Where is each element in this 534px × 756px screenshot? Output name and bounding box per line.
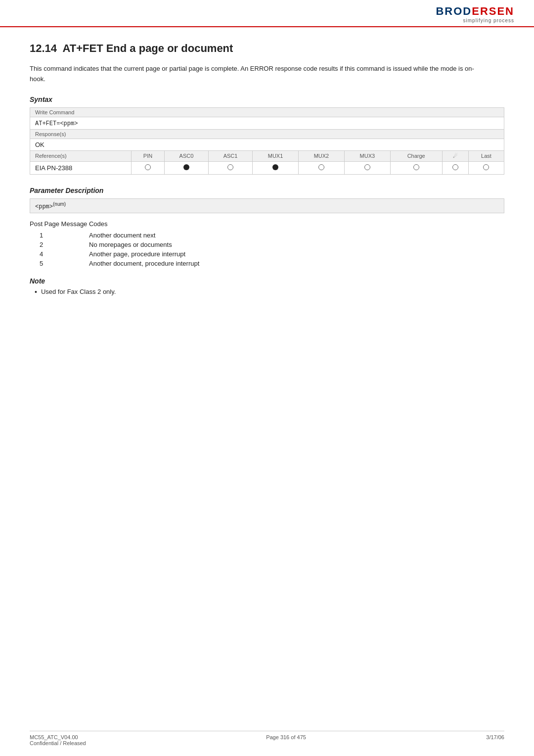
write-command-label: Write Command: [30, 107, 504, 117]
intro-paragraph: This command indicates that the current …: [30, 64, 475, 85]
col-pin: PIN: [132, 150, 165, 161]
param-entry-2: 2 No morepages or documents: [30, 241, 504, 248]
footer-date: 3/17/06: [486, 734, 504, 746]
syntax-table: Write Command AT+FET=<ppm> Response(s) O…: [30, 107, 504, 175]
indicator-asc0: [164, 161, 208, 174]
indicator-mux1: [253, 161, 299, 174]
parameter-description-section: Parameter Description <ppm>(num) Post Pa…: [30, 187, 504, 267]
param-header-table: <ppm>(num): [30, 198, 504, 213]
param-code-cell: <ppm>(num): [30, 198, 504, 213]
note-item-1: • Used for Fax Class 2 only.: [35, 288, 504, 296]
page-footer: MC55_ATC_V04.00 Confidential / Released …: [30, 731, 504, 746]
section-title-text: AT+FET End a page or document: [62, 42, 233, 54]
references-header-row: Reference(s) PIN ASC0 ASC1 MUX1 MUX2 MUX…: [30, 150, 504, 161]
col-asc1: ASC1: [209, 150, 253, 161]
param-list-title: Post Page Message Codes: [30, 220, 504, 228]
note-section: Note • Used for Fax Class 2 only.: [30, 277, 504, 296]
col-mux2: MUX2: [298, 150, 344, 161]
param-header-row: <ppm>(num): [30, 198, 504, 213]
logo-tagline: simplifying process: [463, 18, 514, 23]
param-desc-heading: Parameter Description: [30, 187, 504, 194]
footer-status: Confidential / Released: [30, 740, 86, 746]
footer-left: MC55_ATC_V04.00 Confidential / Released: [30, 734, 86, 746]
param-val-1: Another document next: [89, 232, 155, 239]
param-key-2: 2: [30, 241, 89, 248]
section-number: 12.14: [30, 42, 57, 54]
indicator-asc1: [209, 161, 253, 174]
logo-text: BRODERSEN: [436, 5, 514, 18]
param-key-1: 1: [30, 232, 89, 239]
note-text-1: Used for Fax Class 2 only.: [41, 288, 116, 295]
logo-name-part1: BROD: [436, 5, 472, 17]
responses-label: Response(s): [30, 129, 504, 139]
ref-name: EIA PN-2388: [30, 161, 132, 174]
logo-name-part2: ERSEN: [472, 5, 514, 17]
circle-empty-icon: [452, 164, 458, 170]
circle-empty-icon: [483, 164, 489, 170]
circle-empty-icon: [413, 164, 419, 170]
param-superscript: (num): [53, 201, 66, 207]
indicator-mux2: [298, 161, 344, 174]
responses-value-row: OK: [30, 139, 504, 150]
write-command-header-row: Write Command: [30, 107, 504, 117]
write-command-value: AT+FET=<ppm>: [30, 117, 504, 129]
indicator-charge: [390, 161, 442, 174]
indicator-special: [442, 161, 468, 174]
col-mux3: MUX3: [344, 150, 390, 161]
write-command-value-row: AT+FET=<ppm>: [30, 117, 504, 129]
syntax-heading: Syntax: [30, 95, 504, 103]
col-mux1: MUX1: [253, 150, 299, 161]
param-entry-5: 5 Another document, procedure interrupt: [30, 260, 504, 267]
param-val-2: No morepages or documents: [89, 241, 172, 248]
footer-page: Page 316 of 475: [266, 734, 306, 746]
param-key-4: 4: [30, 250, 89, 258]
col-charge: Charge: [390, 150, 442, 161]
param-val-5: Another document, procedure interrupt: [89, 260, 199, 267]
references-label: Reference(s): [30, 150, 132, 161]
note-bullet-icon: •: [35, 288, 37, 296]
indicator-mux3: [344, 161, 390, 174]
logo-area: BRODERSEN simplifying process: [436, 5, 514, 23]
indicator-last: [468, 161, 504, 174]
footer-doc-id: MC55_ATC_V04.00: [30, 734, 86, 740]
indicator-pin: [132, 161, 165, 174]
circle-empty-icon: [318, 164, 324, 170]
responses-header-row: Response(s): [30, 129, 504, 139]
main-content: 12.14 AT+FET End a page or document This…: [0, 27, 534, 306]
page-header: BRODERSEN simplifying process: [0, 0, 534, 27]
section-title: 12.14 AT+FET End a page or document: [30, 42, 504, 55]
reference-data-row: EIA PN-2388: [30, 161, 504, 174]
param-entries: 1 Another document next 2 No morepages o…: [30, 232, 504, 267]
note-heading: Note: [30, 277, 504, 285]
circle-empty-icon: [145, 164, 151, 170]
col-asc0: ASC0: [164, 150, 208, 161]
responses-value: OK: [30, 139, 504, 150]
param-val-4: Another page, procedure interrupt: [89, 250, 185, 258]
param-key-5: 5: [30, 260, 89, 267]
circle-empty-icon: [364, 164, 370, 170]
col-special: ☄: [442, 150, 468, 161]
circle-filled-icon: [272, 164, 278, 170]
param-code: <ppm>: [35, 203, 53, 210]
syntax-section: Syntax Write Command AT+FET=<ppm> Respon…: [30, 95, 504, 175]
col-last: Last: [468, 150, 504, 161]
circle-filled-icon: [183, 164, 189, 170]
param-entry-4: 4 Another page, procedure interrupt: [30, 250, 504, 258]
circle-empty-icon: [227, 164, 233, 170]
param-entry-1: 1 Another document next: [30, 232, 504, 239]
